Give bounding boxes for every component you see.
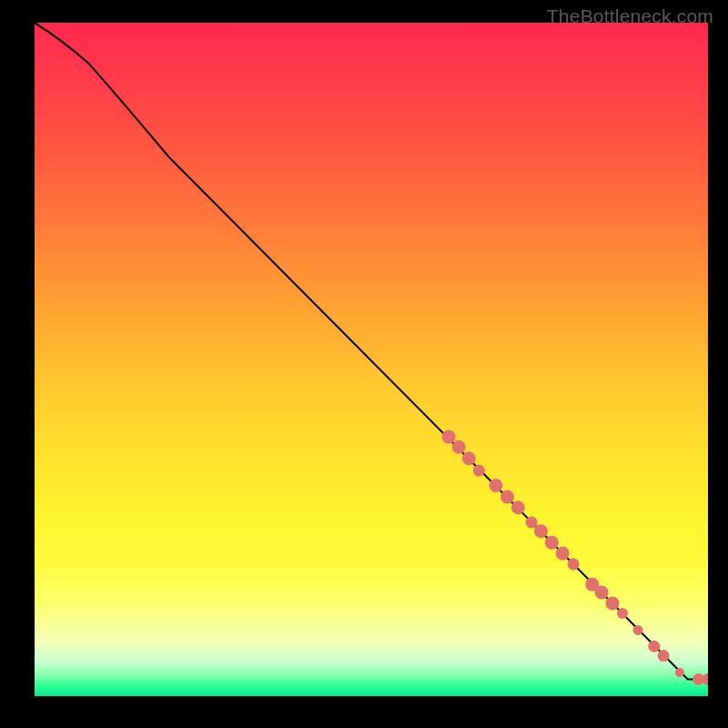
data-point [633, 625, 643, 635]
data-point [703, 673, 709, 685]
plot-area [32, 23, 708, 699]
data-point [556, 547, 570, 561]
chart-stage: TheBottleneck.com [0, 0, 728, 728]
data-point [511, 500, 525, 514]
chart-overlay [35, 23, 708, 696]
data-point [500, 490, 514, 503]
data-point [605, 596, 619, 610]
data-point [648, 641, 660, 652]
data-point [658, 650, 670, 662]
data-point [462, 451, 476, 465]
data-point [617, 608, 628, 619]
trend-curve [35, 23, 708, 680]
data-points [442, 430, 708, 685]
data-point [545, 536, 559, 550]
data-point [534, 524, 548, 538]
data-point [442, 430, 456, 444]
data-point [526, 517, 538, 529]
data-point [452, 440, 466, 454]
data-point [595, 586, 609, 600]
data-point [489, 479, 502, 492]
data-point [568, 558, 580, 570]
data-point [473, 465, 485, 477]
data-point [675, 668, 684, 677]
